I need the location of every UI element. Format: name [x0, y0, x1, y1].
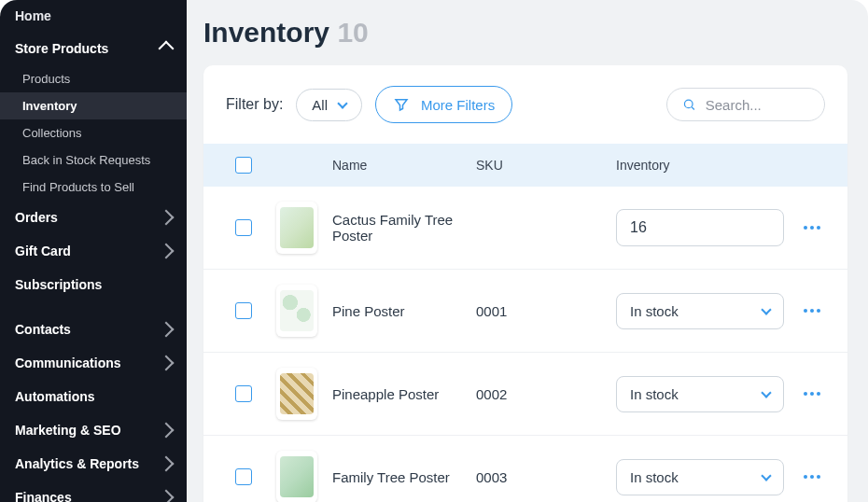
- search-input[interactable]: [706, 97, 809, 113]
- nav-marketing-seo[interactable]: Marketing & SEO: [0, 413, 187, 447]
- inventory-card: Filter by: All More Filters Name SKU Inv…: [203, 65, 847, 502]
- inventory-input[interactable]: [616, 209, 784, 246]
- product-sku: 0002: [476, 386, 616, 402]
- filter-all-dropdown[interactable]: All: [296, 89, 362, 121]
- filter-all-label: All: [312, 97, 328, 113]
- inventory-value: In stock: [630, 386, 679, 402]
- nav-label: Subscriptions: [15, 277, 102, 292]
- more-filters-label: More Filters: [421, 97, 495, 113]
- chevron-right-icon: [159, 356, 175, 371]
- product-sku: 0003: [476, 469, 616, 485]
- main-content: Inventory 10 Filter by: All More Filters…: [187, 0, 868, 502]
- search-field[interactable]: [666, 88, 825, 121]
- nav-label: Gift Card: [15, 244, 71, 258]
- sidebar: Home Store Products Products Inventory C…: [0, 0, 187, 502]
- row-more-button[interactable]: [784, 392, 840, 396]
- nav-label: Contacts: [15, 322, 71, 337]
- select-all-checkbox[interactable]: [235, 157, 252, 174]
- filter-label: Filter by:: [226, 96, 283, 113]
- chevron-right-icon: [159, 490, 175, 502]
- inventory-select[interactable]: In stock: [616, 376, 784, 412]
- table-body: Cactus Family Tree Poster Pine Poster 00…: [203, 187, 847, 502]
- inventory-value: In stock: [630, 469, 679, 485]
- chevron-right-icon: [159, 322, 175, 338]
- nav-find-products[interactable]: Find Products to Sell: [0, 174, 187, 201]
- row-checkbox[interactable]: [235, 468, 252, 485]
- product-name: Cactus Family Tree Poster: [332, 212, 476, 244]
- nav-label: Marketing & SEO: [15, 423, 121, 438]
- search-icon: [682, 96, 696, 113]
- more-icon: [804, 226, 820, 230]
- svg-line-1: [692, 107, 694, 110]
- chevron-right-icon: [159, 244, 175, 259]
- nav-label: Store Products: [15, 41, 108, 56]
- nav-store-products[interactable]: Store Products: [0, 32, 187, 65]
- page-title-text: Inventory: [203, 17, 329, 48]
- col-name: Name: [332, 158, 476, 173]
- chevron-right-icon: [159, 210, 175, 226]
- row-checkbox[interactable]: [235, 302, 252, 319]
- inventory-select[interactable]: In stock: [616, 459, 784, 495]
- nav-communications[interactable]: Communications: [0, 346, 187, 380]
- col-sku: SKU: [476, 158, 616, 173]
- nav-label: Automations: [15, 389, 95, 404]
- more-icon: [804, 475, 820, 479]
- inventory-select[interactable]: In stock: [616, 293, 784, 329]
- inventory-value: In stock: [630, 303, 679, 319]
- nav-products[interactable]: Products: [0, 65, 187, 92]
- chevron-right-icon: [159, 456, 175, 472]
- product-thumbnail: [276, 451, 317, 502]
- filter-bar: Filter by: All More Filters: [203, 65, 847, 144]
- nav-finances[interactable]: Finances: [0, 481, 187, 502]
- nav-inventory[interactable]: Inventory: [0, 92, 187, 119]
- row-more-button[interactable]: [784, 226, 840, 230]
- nav-label: Orders: [15, 210, 58, 225]
- chevron-down-icon: [337, 98, 347, 108]
- nav-subscriptions[interactable]: Subscriptions: [0, 268, 187, 301]
- page-count: 10: [337, 17, 368, 48]
- table-row: Cactus Family Tree Poster: [203, 187, 847, 270]
- more-icon: [804, 309, 820, 313]
- nav-label: Finances: [15, 490, 72, 502]
- chevron-right-icon: [159, 423, 175, 439]
- nav-orders[interactable]: Orders: [0, 201, 187, 234]
- table-row: Pine Poster 0001 In stock: [203, 270, 847, 353]
- nav-automations[interactable]: Automations: [0, 380, 187, 413]
- table-row: Pineapple Poster 0002 In stock: [203, 353, 847, 436]
- row-more-button[interactable]: [784, 309, 840, 313]
- product-name: Pineapple Poster: [332, 386, 476, 402]
- chevron-up-icon: [159, 41, 175, 57]
- chevron-down-icon: [761, 387, 771, 397]
- more-icon: [804, 392, 820, 396]
- more-filters-button[interactable]: More Filters: [375, 86, 512, 123]
- nav-back-in-stock[interactable]: Back in Stock Requests: [0, 146, 187, 174]
- row-checkbox[interactable]: [235, 385, 252, 402]
- chevron-down-icon: [761, 304, 771, 314]
- table-row: Family Tree Poster 0003 In stock: [203, 436, 847, 502]
- nav-label: Analytics & Reports: [15, 456, 139, 471]
- nav-contacts[interactable]: Contacts: [0, 313, 187, 346]
- row-more-button[interactable]: [784, 475, 840, 479]
- nav-analytics-reports[interactable]: Analytics & Reports: [0, 447, 187, 481]
- nav-collections[interactable]: Collections: [0, 119, 187, 146]
- nav-gift-card[interactable]: Gift Card: [0, 234, 187, 268]
- nav-home[interactable]: Home: [0, 0, 187, 32]
- page-title: Inventory 10: [203, 17, 847, 49]
- product-thumbnail: [276, 285, 317, 337]
- table-header: Name SKU Inventory: [203, 144, 847, 187]
- product-name: Family Tree Poster: [332, 469, 476, 485]
- product-sku: 0001: [476, 303, 616, 319]
- product-thumbnail: [276, 202, 317, 254]
- chevron-down-icon: [761, 470, 771, 481]
- nav-label: Communications: [15, 356, 121, 370]
- product-thumbnail: [276, 368, 317, 420]
- filter-icon: [393, 96, 410, 113]
- product-name: Pine Poster: [332, 303, 476, 319]
- col-inventory: Inventory: [616, 158, 784, 173]
- svg-point-0: [684, 100, 693, 108]
- row-checkbox[interactable]: [235, 219, 252, 236]
